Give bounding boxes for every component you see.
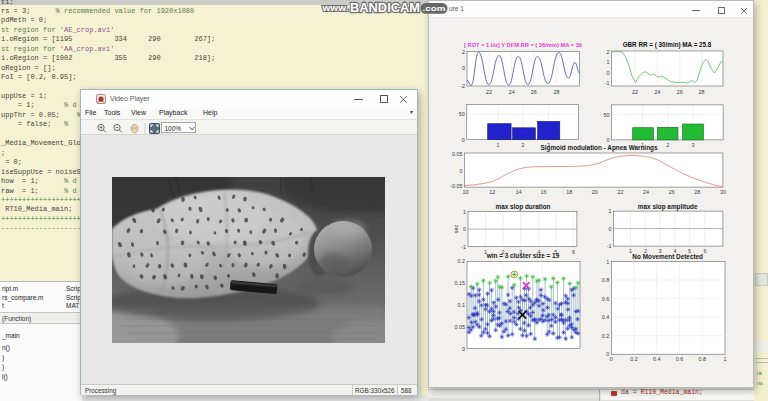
svg-text:0.15: 0.15 — [455, 280, 466, 286]
svg-text:Sigmoid modulation - Apnea War: Sigmoid modulation - Apnea Warnings — [540, 144, 657, 152]
svg-text:26: 26 — [531, 89, 537, 95]
svg-text:0.4: 0.4 — [602, 314, 610, 320]
svg-text:0: 0 — [460, 168, 463, 174]
svg-text:22: 22 — [617, 189, 623, 195]
svg-text:6: 6 — [572, 249, 575, 255]
svg-text:sec: sec — [453, 225, 459, 234]
svg-text:16: 16 — [541, 189, 547, 195]
svg-text:22: 22 — [632, 89, 638, 95]
svg-text:win = 3 cluster size = 19: win = 3 cluster size = 19 — [486, 252, 560, 259]
svg-text:0.8: 0.8 — [602, 277, 610, 283]
svg-text:0: 0 — [610, 356, 613, 362]
svg-text:max slop duration: max slop duration — [495, 203, 550, 211]
svg-text:No Movement Detected: No Movement Detected — [632, 253, 703, 260]
svg-text:1: 1 — [463, 209, 466, 215]
svg-text:0: 0 — [462, 137, 465, 143]
svg-text:0.6: 0.6 — [602, 296, 610, 302]
svg-text:0.2: 0.2 — [458, 258, 466, 264]
svg-text:26: 26 — [677, 89, 683, 95]
svg-text:-1: -1 — [461, 244, 466, 250]
svg-text:-1: -1 — [607, 243, 612, 249]
svg-text:0.2: 0.2 — [630, 356, 638, 362]
svg-text:1: 1 — [607, 59, 610, 65]
svg-text:0.4: 0.4 — [653, 356, 661, 362]
svg-text:22: 22 — [486, 89, 492, 95]
svg-text:6: 6 — [703, 248, 706, 254]
svg-text:0.05: 0.05 — [452, 151, 463, 157]
svg-text:10: 10 — [462, 189, 468, 195]
svg-text:50: 50 — [459, 111, 465, 117]
svg-text:[ ROT = 1 Hz] Y DFM RR = ( 36: [ ROT = 1 Hz] Y DFM RR = ( 36/min) MA = … — [464, 41, 583, 48]
svg-text:-1: -1 — [605, 80, 610, 86]
svg-text:2: 2 — [666, 142, 669, 148]
svg-text:max slop amplitude: max slop amplitude — [638, 203, 698, 211]
svg-text:24: 24 — [509, 89, 515, 95]
svg-text:0: 0 — [462, 346, 465, 352]
svg-text:2: 2 — [607, 49, 610, 55]
svg-text:GBR RR = ( 30/min) MA = 25.8: GBR RR = ( 30/min) MA = 25.8 — [623, 41, 712, 49]
svg-text:0: 0 — [463, 226, 466, 232]
svg-text:24: 24 — [654, 89, 660, 95]
svg-text:28: 28 — [699, 89, 705, 95]
svg-text:3: 3 — [691, 142, 694, 148]
svg-text:12: 12 — [489, 189, 495, 195]
svg-text:0.8: 0.8 — [699, 356, 707, 362]
svg-text:0: 0 — [607, 70, 610, 76]
svg-text:1: 1 — [606, 259, 609, 265]
svg-text:0.1: 0.1 — [458, 302, 466, 308]
svg-text:50: 50 — [604, 112, 610, 118]
svg-text:28: 28 — [554, 89, 560, 95]
svg-text:2: 2 — [462, 49, 465, 55]
svg-text:-0.05: -0.05 — [450, 183, 462, 189]
svg-text:0: 0 — [462, 65, 465, 71]
svg-text:26: 26 — [669, 189, 675, 195]
svg-text:18: 18 — [566, 189, 572, 195]
svg-text:28: 28 — [694, 189, 700, 195]
svg-text:0: 0 — [607, 137, 610, 143]
svg-text:30: 30 — [720, 189, 726, 195]
svg-text:www.: www. — [321, 3, 348, 13]
svg-text:-2: -2 — [460, 83, 465, 89]
svg-text:1: 1 — [496, 142, 499, 148]
svg-text:20: 20 — [592, 189, 598, 195]
svg-text:1: 1 — [724, 356, 727, 362]
svg-text:0.6: 0.6 — [676, 356, 684, 362]
svg-text:0: 0 — [609, 226, 612, 232]
svg-text:1: 1 — [609, 208, 612, 214]
svg-text:2: 2 — [522, 142, 525, 148]
svg-text:0.05: 0.05 — [455, 324, 466, 330]
svg-text:.com: .com — [423, 4, 446, 13]
svg-text:BANDICAM: BANDICAM — [350, 1, 420, 15]
svg-text:14: 14 — [516, 189, 522, 195]
svg-text:0.2: 0.2 — [602, 333, 610, 339]
svg-text:24: 24 — [643, 189, 649, 195]
